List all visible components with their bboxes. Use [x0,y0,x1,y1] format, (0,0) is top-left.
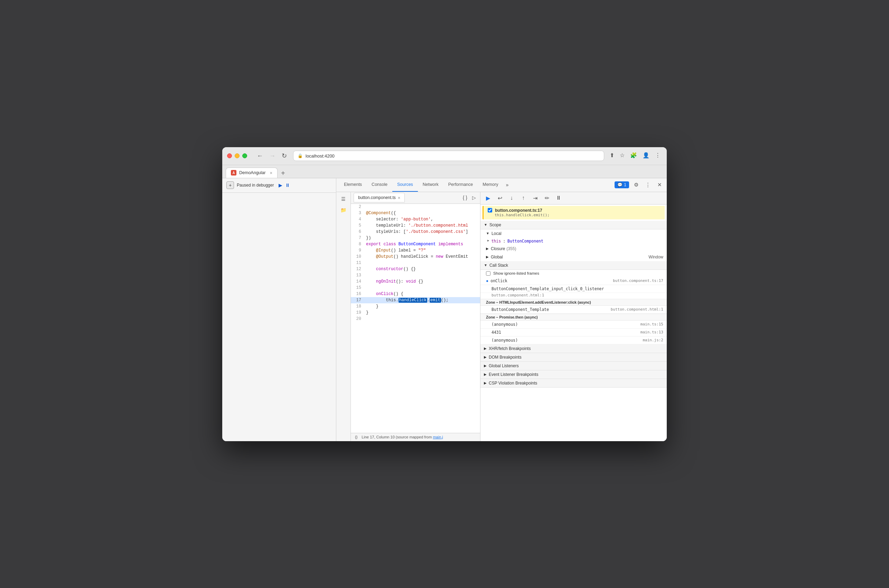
paused-banner: + Paused in debugger ▶ ⏸ [222,178,336,193]
forward-button[interactable]: → [267,152,278,160]
ignore-frames-checkbox[interactable] [486,271,491,276]
code-line-20: 20 [351,316,480,322]
devtools-right-controls: 💬 1 ⚙ ⋮ ✕ [614,181,664,189]
close-button[interactable] [227,153,232,158]
closure-scope-header[interactable]: ▶ Closure (355) [481,244,667,253]
filesystem-icon[interactable]: 📁 [339,206,348,214]
call-stack-label: Call Stack [490,263,508,268]
call-stack-anonymous-2[interactable]: (anonymous) main.js:2 [481,336,667,345]
resume-button[interactable]: ▶ [278,182,283,189]
call-stack-arrow: ▼ [484,263,487,267]
issues-icon: 💬 [617,182,623,187]
ignore-frames-row: Show ignore-listed frames [481,270,667,277]
tab-console[interactable]: Console [367,178,392,192]
lock-icon: 🔒 [297,153,303,158]
call-stack-4431[interactable]: 4431 main.ts:13 [481,328,667,336]
pause-button[interactable]: ⏸ [284,182,291,189]
main-content: + Paused in debugger ▶ ⏸ Elements Consol… [222,178,667,441]
more-tabs-button[interactable]: » [503,182,511,188]
csp-violation-header[interactable]: ▶ CSP Violation Breakpoints [481,379,667,388]
current-frame-icon: ● [486,279,488,283]
maximize-button[interactable] [242,153,247,158]
dom-breakpoints-header[interactable]: ▶ DOM Breakpoints [481,353,667,362]
new-tab-button[interactable]: + [278,169,288,177]
browser-tab-demoangular[interactable]: A DemoAngular × [226,168,278,178]
call-stack-section-header[interactable]: ▼ Call Stack [481,261,667,270]
local-scope-header[interactable]: ▼ Local [481,230,667,238]
step-button[interactable]: ⇥ [530,193,540,203]
step-out-button[interactable]: ↑ [518,193,528,203]
share-icon[interactable]: ⬆ [608,152,616,159]
code-line-9: 9 @Input() label = "?" [351,248,480,254]
left-panel: + Paused in debugger ▶ ⏸ [222,178,336,441]
step-into-button[interactable]: ↓ [507,193,517,203]
resume-script-button[interactable]: ▶ [483,193,493,203]
local-label: Local [491,231,502,236]
traffic-lights [227,153,247,158]
tab-performance[interactable]: Performance [443,178,478,192]
call-stack-template-click[interactable]: ButtonComponent_Template_input_click_0_l… [481,285,667,293]
tab-elements[interactable]: Elements [339,178,367,192]
code-editor[interactable]: 2 3 @Component({ 4 selector: 'app-button… [351,204,480,433]
profile-icon[interactable]: 👤 [641,152,651,159]
menu-icon[interactable]: ⋮ [653,152,662,159]
extensions-icon[interactable]: 🧩 [629,152,638,159]
status-text: Line 17, Column 10 (source mapped from m… [362,435,443,439]
devtools-close-button[interactable]: ✕ [655,181,664,189]
call-stack-anonymous-1[interactable]: (anonymous) main.ts:15 [481,321,667,328]
tab-memory[interactable]: Memory [478,178,503,192]
file-tab-name: button.component.ts [358,195,396,200]
add-breakpoint-button[interactable]: + [227,182,234,189]
call-stack-template-click-file: button.component.html:1 [481,293,667,299]
code-line-6: 6 styleUrls: ['./button.component.css'] [351,229,480,235]
code-line-13: 13 [351,272,480,279]
pretty-print-btn[interactable]: {} [355,435,357,439]
global-listeners-label: Global Listeners [489,363,519,368]
scope-this-arrow[interactable]: ▶ [487,239,489,242]
minimize-button[interactable] [235,153,240,158]
scope-this-key: this [491,239,501,243]
address-text: localhost:4200 [306,153,335,159]
sources-panel-icon[interactable]: ☰ [340,195,347,203]
call-stack-onclick[interactable]: ● onClick button.component.ts:17 [481,277,667,285]
code-line-3: 3 @Component({ [351,210,480,216]
scope-this-value: ButtonComponent [508,239,544,243]
code-line-17: 17 this.handleClick.emit(); [351,297,480,303]
global-value: Window [649,255,663,260]
global-listeners-header[interactable]: ▶ Global Listeners [481,362,667,370]
pause-exceptions-button[interactable]: ⏸ [554,193,563,203]
code-line-7: 7 }) [351,235,480,241]
format-icon[interactable]: { } [461,194,469,202]
global-scope-header[interactable]: ▶ Global Window [481,253,667,261]
tab-bar: A DemoAngular × + [222,165,667,178]
address-bar[interactable]: 🔒 localhost:4200 [293,151,604,161]
zone-addeventlistener: Zone – HTMLInputElement.addEventListener… [481,299,667,306]
devtools-more-button[interactable]: ⋮ [643,181,653,189]
tab-close-button[interactable]: × [270,170,272,176]
bookmark-icon[interactable]: ☆ [618,152,626,159]
code-line-10: 10 @Output() handleClick = new EventEmit [351,254,480,260]
code-line-15: 15 [351,285,480,291]
tab-network[interactable]: Network [418,178,443,192]
xhr-label: XHR/fetch Breakpoints [489,346,530,351]
code-line-14: 14 ngOnInit(): void {} [351,279,480,285]
source-map-link[interactable]: main.j [433,435,443,439]
file-tab-close[interactable]: × [398,195,401,200]
back-button[interactable]: ← [255,152,265,160]
deactivate-breakpoints-button[interactable]: ✏ [542,193,552,203]
issues-badge[interactable]: 💬 1 [614,182,629,188]
call-stack-button-template[interactable]: ButtonComponent_Template button.componen… [481,306,667,314]
devtools-settings-button[interactable]: ⚙ [632,181,640,189]
xhr-breakpoints-header[interactable]: ▶ XHR/fetch Breakpoints [481,345,667,353]
pretty-print-icon[interactable]: ▷ [471,194,478,202]
browser-toolbar-right: ⬆ ☆ 🧩 👤 ⋮ [608,152,662,159]
code-line-11: 11 [351,260,480,266]
tab-sources[interactable]: Sources [392,178,418,192]
step-over-button[interactable]: ↩ [495,193,505,203]
scope-section-header[interactable]: ▼ Scope [481,221,667,230]
event-listener-breakpoints-header[interactable]: ▶ Event Listener Breakpoints [481,370,667,379]
refresh-button[interactable]: ↻ [279,152,289,160]
breakpoint-checkbox[interactable] [488,208,492,213]
code-status-bar: {} Line 17, Column 10 (source mapped fro… [351,433,480,441]
file-tab-button-component[interactable]: button.component.ts × [354,193,405,202]
